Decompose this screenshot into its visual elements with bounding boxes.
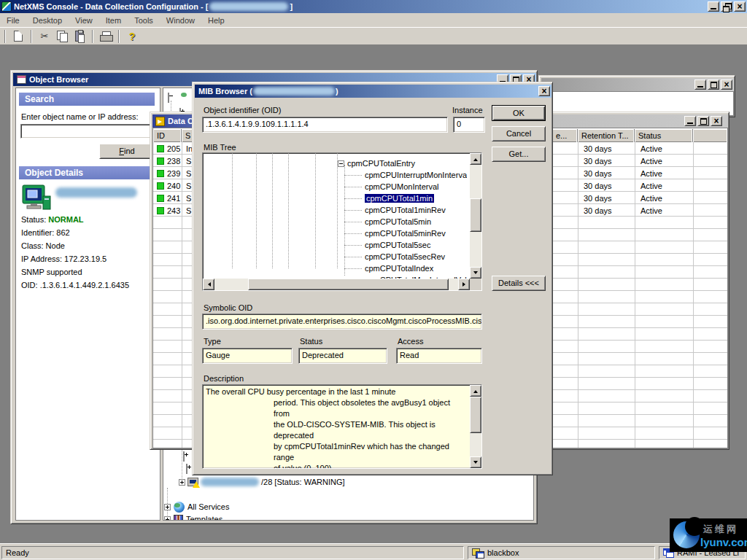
mib-browser-window-controls: × bbox=[538, 86, 551, 96]
scroll-up-button[interactable] bbox=[470, 385, 481, 397]
tree-expand-box[interactable] bbox=[183, 451, 185, 462]
all-services-icon bbox=[174, 502, 185, 513]
minimize-button[interactable] bbox=[684, 116, 696, 126]
mib-tree-label: MIB Tree bbox=[204, 143, 236, 152]
menu-help[interactable]: Help bbox=[201, 14, 231, 27]
copy-button[interactable] bbox=[54, 29, 70, 44]
column-header-status[interactable]: Status bbox=[635, 129, 693, 142]
menu-desktop[interactable]: Desktop bbox=[26, 14, 69, 27]
status-ready-panel: Ready bbox=[1, 546, 464, 559]
mib-browser-titlebar[interactable]: MIB Browser ( ) × bbox=[195, 85, 551, 98]
close-button[interactable]: × bbox=[734, 1, 746, 12]
mib-tree-node[interactable]: cpmCPUTotal5minRev bbox=[344, 228, 467, 239]
vscroll-thumb[interactable] bbox=[470, 198, 481, 232]
tree-item-subnet-warning[interactable]: /28 [Status: WARNING] bbox=[179, 476, 345, 488]
templates-icon bbox=[174, 515, 183, 521]
scroll-down-button[interactable] bbox=[470, 267, 481, 279]
status-value: NORMAL bbox=[48, 215, 83, 224]
tree-expand-box[interactable] bbox=[164, 504, 171, 510]
tree-expand-box[interactable] bbox=[179, 479, 185, 486]
oid-input[interactable]: .1.3.6.1.4.1.9.9.109.1.1.1.1.4 bbox=[202, 117, 448, 133]
maximize-button[interactable] bbox=[708, 79, 719, 90]
tree-item-templates[interactable]: Templates bbox=[164, 513, 222, 521]
object-details-header-label: Object Details bbox=[25, 168, 83, 178]
help-button[interactable]: ? bbox=[124, 29, 140, 44]
description-line: by cpmCPUTotal1minRev which has the chan… bbox=[274, 441, 467, 463]
mib-tree-node[interactable]: cpmCPUTotal5sec bbox=[344, 239, 467, 251]
tree-expand-box[interactable] bbox=[164, 516, 171, 521]
mib-tree-vscrollbar[interactable] bbox=[470, 153, 481, 279]
print-button[interactable] bbox=[98, 29, 114, 44]
mib-tree-node[interactable]: cpmCPUTotalIndex bbox=[344, 262, 467, 274]
paste-button[interactable] bbox=[71, 29, 88, 44]
node-oid-line: OID: .1.3.6.1.4.1.449.2.1.6435 bbox=[21, 281, 129, 289]
mib-tree[interactable]: cpmCPUTotalEntry cpmCPUInterruptMonInter… bbox=[202, 152, 482, 291]
status-field[interactable]: Deprecated bbox=[298, 348, 387, 364]
minimize-button[interactable] bbox=[694, 79, 706, 90]
scroll-up-button[interactable] bbox=[470, 153, 481, 165]
maximize-button[interactable] bbox=[697, 116, 709, 126]
menu-view[interactable]: View bbox=[69, 14, 99, 27]
close-button[interactable]: × bbox=[538, 86, 550, 96]
netxms-console-window: NetXMS Console - Data Collection Configu… bbox=[0, 0, 747, 560]
cancel-button[interactable]: Cancel bbox=[492, 126, 546, 141]
get-button[interactable]: Get... bbox=[492, 147, 546, 162]
main-window-controls: × bbox=[708, 1, 747, 12]
ok-button[interactable]: OK bbox=[492, 105, 546, 121]
menu-window[interactable]: Window bbox=[160, 14, 201, 27]
mib-tree-node[interactable]: cpmCPUTotalEntry bbox=[338, 158, 415, 169]
data-collection-window-controls: × bbox=[684, 116, 728, 126]
background-window-titlebar[interactable]: × bbox=[541, 78, 734, 91]
scroll-down-button[interactable] bbox=[470, 456, 481, 468]
column-header-e[interactable]: e... bbox=[552, 129, 578, 142]
mib-tree-node[interactable]: cpmCPUTotal5min bbox=[344, 216, 467, 228]
column-header-blank bbox=[693, 129, 727, 142]
tree-item-all-services[interactable]: All Services bbox=[164, 501, 229, 513]
symbolic-oid-field[interactable]: .iso.org.dod.internet.private.enterprise… bbox=[202, 314, 482, 330]
mib-tree-node-selected[interactable]: cpmCPUTotal1min bbox=[344, 192, 467, 204]
type-field[interactable]: Gauge bbox=[202, 348, 293, 364]
tree-expand-box[interactable] bbox=[186, 464, 187, 474]
details-button[interactable]: Details <<< bbox=[492, 276, 546, 291]
toolbar-separator bbox=[118, 30, 120, 43]
instance-input[interactable]: 0 bbox=[453, 117, 485, 133]
scroll-left-button[interactable] bbox=[203, 279, 214, 290]
menu-file[interactable]: File bbox=[0, 14, 26, 27]
description-vscrollbar[interactable] bbox=[470, 385, 481, 468]
node-ip-line: IP Address: 172.23.19.5 bbox=[21, 254, 107, 263]
scroll-right-button[interactable] bbox=[458, 279, 470, 290]
hscroll-thumb[interactable] bbox=[248, 279, 449, 290]
find-button[interactable]: Find bbox=[99, 144, 155, 159]
data-collection-icon bbox=[155, 117, 165, 126]
restore-button[interactable] bbox=[721, 1, 732, 12]
mib-tree-hscrollbar[interactable] bbox=[203, 279, 470, 290]
tree-collapse-box[interactable] bbox=[338, 160, 344, 167]
object-details-header: Object Details bbox=[19, 166, 155, 179]
menu-bar: File Desktop View Item Tools Window Help bbox=[0, 13, 747, 27]
cut-button[interactable]: ✂ bbox=[36, 29, 53, 44]
menu-item[interactable]: Item bbox=[99, 14, 128, 27]
minimize-button[interactable] bbox=[708, 1, 719, 12]
netxms-app-icon bbox=[1, 1, 12, 12]
close-button[interactable]: × bbox=[721, 79, 732, 90]
toolbar-grip bbox=[4, 30, 6, 43]
search-input[interactable] bbox=[20, 124, 155, 139]
access-field[interactable]: Read bbox=[396, 348, 482, 364]
mib-tree-node[interactable]: cpmCPUInterruptMonIntervalV bbox=[344, 169, 467, 181]
main-titlebar[interactable]: NetXMS Console - Data Collection Configu… bbox=[0, 0, 747, 13]
column-header-retention[interactable]: Retention T... bbox=[578, 129, 635, 142]
close-button[interactable]: × bbox=[711, 116, 722, 126]
mib-tree-node[interactable]: cpmCPUTotal5secRev bbox=[344, 251, 467, 262]
status-ready-text: Ready bbox=[6, 548, 29, 557]
column-header-id[interactable]: ID bbox=[153, 129, 182, 142]
toolbar: ✂ ? bbox=[0, 27, 747, 45]
menu-tools[interactable]: Tools bbox=[128, 14, 160, 27]
mib-browser-title: MIB Browser ( bbox=[198, 87, 252, 96]
vscroll-thumb[interactable] bbox=[470, 397, 481, 433]
mib-tree-node[interactable]: cpmCPUTotal1minRev bbox=[344, 204, 467, 216]
new-document-button[interactable] bbox=[10, 29, 26, 44]
mib-node-label: cpmCPUTotal5sec bbox=[365, 241, 430, 249]
mib-tree-node[interactable]: cpmCPUMonInterval bbox=[344, 181, 467, 192]
description-field[interactable]: The overall CPU busy percentage in the l… bbox=[202, 384, 482, 469]
tree-collapse-box[interactable] bbox=[168, 93, 169, 103]
